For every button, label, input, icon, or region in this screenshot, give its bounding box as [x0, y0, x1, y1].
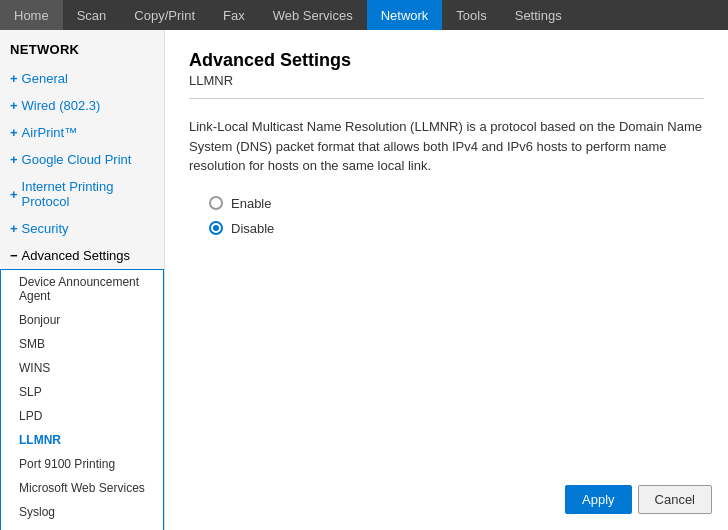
sidebar-title: NETWORK [0, 30, 164, 65]
sidebar-item-label: Internet Printing Protocol [22, 179, 154, 209]
nav-network[interactable]: Network [367, 0, 443, 30]
top-nav: Home Scan Copy/Print Fax Web Services Ne… [0, 0, 728, 30]
plus-icon: + [10, 221, 18, 236]
page-title: Advanced Settings [189, 50, 704, 71]
sidebar-subitem-slp[interactable]: SLP [1, 380, 163, 404]
sidebar-subitem-lpd[interactable]: LPD [1, 404, 163, 428]
sidebar-item-security[interactable]: + Security [0, 215, 164, 242]
sidebar-subitem-syslog[interactable]: Syslog [1, 500, 163, 524]
sidebar-subsection: Device Announcement Agent Bonjour SMB WI… [0, 269, 164, 530]
page-subtitle: LLMNR [189, 73, 704, 99]
sidebar-item-general[interactable]: + General [0, 65, 164, 92]
sidebar-subitem-advanced-dhcp[interactable]: Advanced DHCP Settings [1, 524, 163, 530]
main-content: Advanced Settings LLMNR Link-Local Multi… [165, 30, 728, 530]
sidebar-item-wired[interactable]: + Wired (802.3) [0, 92, 164, 119]
sidebar: NETWORK + General + Wired (802.3) + AirP… [0, 30, 165, 530]
plus-icon: + [10, 71, 18, 86]
sidebar-subitem-bonjour[interactable]: Bonjour [1, 308, 163, 332]
nav-tools[interactable]: Tools [442, 0, 500, 30]
main-layout: NETWORK + General + Wired (802.3) + AirP… [0, 30, 728, 530]
sidebar-item-google-cloud[interactable]: + Google Cloud Print [0, 146, 164, 173]
sidebar-item-airprint[interactable]: + AirPrint™ [0, 119, 164, 146]
radio-disable[interactable]: Disable [209, 221, 704, 236]
sidebar-subitem-wins[interactable]: WINS [1, 356, 163, 380]
sidebar-subitem-device-announcement[interactable]: Device Announcement Agent [1, 270, 163, 308]
plus-icon: + [10, 187, 18, 202]
sidebar-item-label: AirPrint™ [22, 125, 78, 140]
radio-disable-label: Disable [231, 221, 274, 236]
button-bar: Apply Cancel [565, 485, 712, 514]
nav-home[interactable]: Home [0, 0, 63, 30]
sidebar-item-advanced-settings[interactable]: − Advanced Settings [0, 242, 164, 269]
nav-settings[interactable]: Settings [501, 0, 576, 30]
nav-fax[interactable]: Fax [209, 0, 259, 30]
nav-copy-print[interactable]: Copy/Print [120, 0, 209, 30]
apply-button[interactable]: Apply [565, 485, 632, 514]
nav-web-services[interactable]: Web Services [259, 0, 367, 30]
sidebar-subitem-llmnr[interactable]: LLMNR [1, 428, 163, 452]
sidebar-item-label: Advanced Settings [22, 248, 130, 263]
nav-scan[interactable]: Scan [63, 0, 121, 30]
sidebar-subitem-port9100[interactable]: Port 9100 Printing [1, 452, 163, 476]
plus-icon: + [10, 125, 18, 140]
sidebar-subitem-microsoft-web[interactable]: Microsoft Web Services [1, 476, 163, 500]
description-text: Link-Local Multicast Name Resolution (LL… [189, 117, 704, 176]
radio-circle-enable [209, 196, 223, 210]
radio-enable[interactable]: Enable [209, 196, 704, 211]
radio-circle-disable [209, 221, 223, 235]
sidebar-subitem-smb[interactable]: SMB [1, 332, 163, 356]
sidebar-item-ipp[interactable]: + Internet Printing Protocol [0, 173, 164, 215]
minus-icon: − [10, 248, 18, 263]
sidebar-item-label: Google Cloud Print [22, 152, 132, 167]
sidebar-item-label: Security [22, 221, 69, 236]
plus-icon: + [10, 98, 18, 113]
radio-enable-label: Enable [231, 196, 271, 211]
radio-group: Enable Disable [209, 196, 704, 236]
sidebar-item-label: General [22, 71, 68, 86]
cancel-button[interactable]: Cancel [638, 485, 712, 514]
sidebar-item-label: Wired (802.3) [22, 98, 101, 113]
plus-icon: + [10, 152, 18, 167]
